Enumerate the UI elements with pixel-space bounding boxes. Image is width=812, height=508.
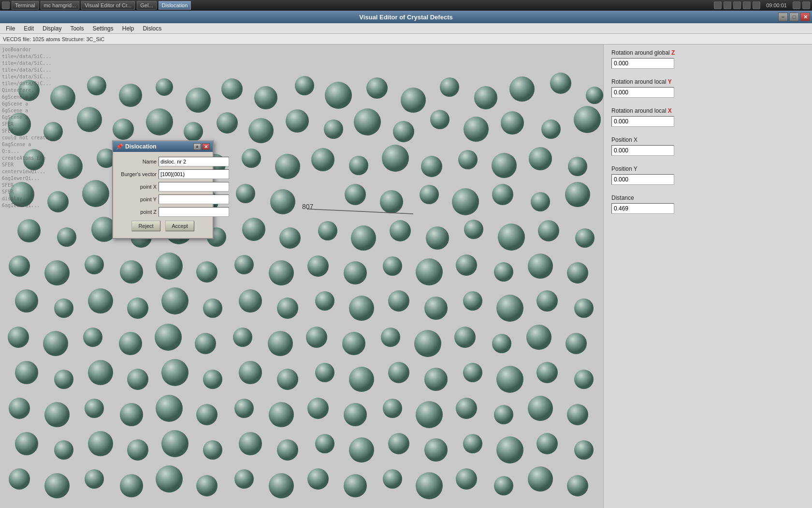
svg-point-132 — [127, 369, 148, 390]
svg-point-51 — [47, 191, 69, 212]
taskbar-btn-gel[interactable]: Gel... — [137, 1, 156, 10]
taskbar-btn-dislocation[interactable]: Dislocation — [159, 1, 191, 10]
reject-button[interactable]: Reject — [131, 221, 160, 231]
svg-point-4 — [156, 78, 173, 96]
svg-point-156 — [416, 401, 443, 428]
rotation-global-z-input[interactable] — [611, 58, 674, 69]
taskbar-end-icon — [802, 1, 810, 9]
dialog-maximize-btn[interactable]: + — [193, 143, 201, 150]
svg-point-18 — [44, 122, 63, 141]
dialog-buttons: Reject Accept — [118, 221, 208, 234]
svg-point-123 — [381, 328, 400, 347]
menu-edit[interactable]: Edit — [20, 24, 38, 33]
menu-display[interactable]: Display — [39, 24, 65, 33]
svg-point-148 — [120, 403, 143, 426]
position-y-section: Position Y — [611, 165, 804, 185]
svg-point-19 — [77, 107, 102, 132]
distance-input[interactable] — [611, 203, 674, 214]
svg-point-29 — [430, 110, 450, 129]
dialog-point-y-row: point Y — [118, 194, 208, 204]
dialog-title-text: Dislocation — [125, 143, 157, 150]
svg-point-192 — [567, 475, 588, 496]
maximize-button[interactable]: □ — [789, 13, 799, 21]
svg-point-30 — [464, 117, 489, 142]
dialog-point-x-input[interactable] — [159, 182, 229, 192]
dialog-close-btn[interactable]: ✕ — [202, 143, 210, 150]
menu-help[interactable]: Help — [118, 24, 138, 33]
svg-point-125 — [454, 327, 476, 348]
svg-point-166 — [203, 440, 222, 460]
dialog-burgers-row: Burger's vector — [118, 169, 208, 179]
svg-point-41 — [275, 154, 300, 179]
svg-point-109 — [463, 291, 482, 311]
rotation-local-y-input[interactable] — [611, 87, 674, 98]
svg-point-130 — [54, 370, 73, 389]
svg-point-35 — [58, 154, 83, 179]
menu-dislocs[interactable]: Dislocs — [139, 24, 165, 33]
main-viewport: 807 jonBoardor tile=/data/SiC... tile=/d… — [0, 45, 603, 508]
svg-point-17 — [8, 113, 31, 136]
window-controls: − □ ✕ — [778, 13, 810, 21]
svg-point-3 — [119, 84, 142, 107]
svg-point-172 — [424, 438, 448, 462]
position-x-input[interactable] — [611, 145, 674, 156]
rotation-local-y-section: Rotation around local Y — [611, 78, 804, 98]
svg-point-85 — [156, 253, 183, 280]
svg-point-94 — [494, 262, 513, 282]
svg-point-61 — [452, 188, 479, 215]
svg-point-97 — [15, 289, 38, 313]
svg-point-134 — [203, 370, 222, 389]
svg-point-169 — [315, 434, 334, 453]
close-button[interactable]: ✕ — [800, 13, 810, 21]
dialog-burgers-input[interactable] — [159, 169, 229, 179]
svg-point-140 — [424, 368, 448, 391]
menu-file[interactable]: File — [2, 24, 19, 33]
dialog-point-z-input[interactable] — [159, 207, 229, 217]
svg-point-24 — [248, 118, 274, 143]
svg-point-13 — [474, 86, 497, 109]
svg-point-116 — [119, 332, 142, 355]
svg-point-114 — [43, 331, 68, 356]
rotation-global-z-label: Rotation around global Z — [611, 49, 804, 56]
dialog-point-y-input[interactable] — [159, 194, 229, 204]
svg-point-115 — [83, 328, 102, 347]
minimize-button[interactable]: − — [778, 13, 788, 21]
position-y-input[interactable] — [611, 174, 674, 185]
accept-button[interactable]: Accept — [165, 221, 194, 231]
svg-point-158 — [494, 405, 513, 424]
taskbar-btn-terminal[interactable]: Terminal — [12, 1, 39, 10]
rotation-local-y-label: Rotation around local Y — [611, 78, 804, 85]
svg-point-1 — [50, 85, 75, 110]
svg-point-133 — [161, 359, 188, 386]
dialog-point-y-label: point Y — [118, 196, 157, 202]
svg-point-142 — [496, 366, 523, 393]
svg-point-171 — [388, 433, 409, 454]
svg-point-150 — [196, 404, 218, 425]
taskbar-sys-icon3 — [733, 1, 741, 9]
svg-point-149 — [156, 395, 183, 422]
svg-point-185 — [307, 468, 329, 490]
menu-settings[interactable]: Settings — [88, 24, 117, 33]
rotation-local-x-input[interactable] — [611, 116, 674, 127]
menu-tools[interactable]: Tools — [66, 24, 87, 33]
svg-point-23 — [217, 112, 238, 134]
rotation-global-z-section: Rotation around global Z — [611, 49, 804, 69]
statusbar: VECDS file: 1025 atoms Structure: 3C_SiC — [0, 34, 812, 45]
dialog-body: Name Burger's vector point X point Y poi… — [113, 152, 213, 238]
taskbar-btn-visual[interactable]: Visual Editor of Cr... — [81, 1, 135, 10]
taskbar-btn-mc[interactable]: mc hamgrid... — [41, 1, 80, 10]
svg-point-182 — [196, 475, 218, 496]
svg-point-111 — [536, 290, 558, 312]
dialog-name-label: Name — [118, 159, 157, 164]
dialog-name-input[interactable] — [159, 157, 229, 166]
svg-point-96 — [567, 262, 588, 284]
svg-point-83 — [85, 255, 104, 274]
svg-point-163 — [88, 431, 113, 456]
svg-point-178 — [44, 473, 70, 498]
svg-point-59 — [380, 190, 403, 213]
svg-point-105 — [315, 291, 334, 311]
taskbar-sys-icon5 — [753, 1, 760, 9]
svg-point-31 — [501, 111, 524, 134]
svg-point-129 — [15, 361, 38, 384]
svg-point-84 — [120, 260, 143, 284]
